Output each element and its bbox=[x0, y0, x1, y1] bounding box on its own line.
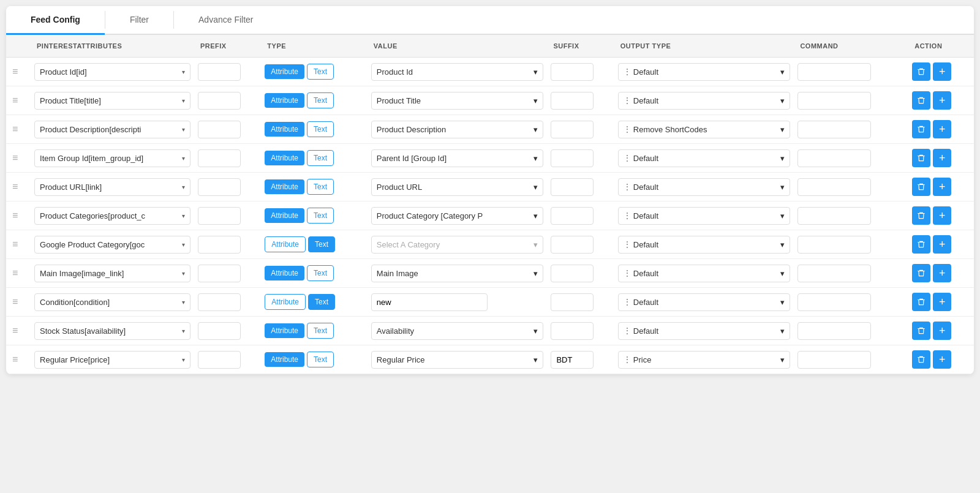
tab-filter[interactable]: Filter bbox=[105, 6, 173, 35]
text-button[interactable]: Text bbox=[307, 92, 334, 108]
command-input[interactable] bbox=[797, 178, 871, 196]
output-type-dropdown[interactable]: ⋮ Price ▾ bbox=[618, 351, 791, 369]
command-input[interactable] bbox=[797, 351, 871, 369]
drag-handle[interactable]: ≡ bbox=[6, 259, 31, 288]
delete-button[interactable] bbox=[912, 322, 930, 340]
command-input[interactable] bbox=[797, 236, 871, 254]
drag-icon[interactable]: ≡ bbox=[10, 239, 20, 249]
add-button[interactable]: + bbox=[933, 178, 951, 196]
value-dropdown[interactable]: Product Category [Category P ▾ bbox=[371, 207, 544, 225]
tab-advance-filter[interactable]: Advance Filter bbox=[174, 6, 277, 35]
delete-button[interactable] bbox=[912, 293, 930, 311]
suffix-input[interactable] bbox=[551, 149, 594, 167]
text-button[interactable]: Text bbox=[307, 121, 334, 137]
prefix-input[interactable] bbox=[198, 63, 241, 81]
text-button[interactable]: Text bbox=[307, 179, 334, 195]
drag-icon[interactable]: ≡ bbox=[10, 124, 20, 134]
attribute-dropdown[interactable]: Product Id[id] ▾ bbox=[34, 63, 190, 81]
drag-handle[interactable]: ≡ bbox=[6, 201, 31, 230]
output-type-dropdown[interactable]: ⋮ Default ▾ bbox=[618, 207, 791, 225]
add-button[interactable]: + bbox=[933, 62, 951, 81]
attribute-button[interactable]: Attribute bbox=[265, 93, 304, 108]
text-button[interactable]: Text bbox=[307, 208, 334, 224]
drag-icon[interactable]: ≡ bbox=[10, 325, 20, 336]
add-button[interactable]: + bbox=[933, 91, 951, 110]
delete-button[interactable] bbox=[912, 178, 930, 196]
drag-icon[interactable]: ≡ bbox=[10, 268, 20, 278]
output-type-dropdown[interactable]: ⋮ Default ▾ bbox=[618, 293, 791, 311]
drag-icon[interactable]: ≡ bbox=[10, 152, 20, 163]
value-dropdown[interactable]: Product URL ▾ bbox=[371, 178, 544, 196]
prefix-input[interactable] bbox=[198, 322, 241, 340]
add-button[interactable]: + bbox=[933, 350, 951, 369]
attribute-dropdown[interactable]: Stock Status[availability] ▾ bbox=[34, 322, 190, 340]
attribute-button[interactable]: Attribute bbox=[265, 179, 304, 194]
output-type-dropdown[interactable]: ⋮ Default ▾ bbox=[618, 265, 791, 282]
prefix-input[interactable] bbox=[198, 149, 241, 167]
command-input[interactable] bbox=[797, 265, 871, 282]
delete-button[interactable] bbox=[912, 235, 930, 254]
attribute-dropdown[interactable]: Regular Price[price] ▾ bbox=[34, 351, 190, 369]
command-input[interactable] bbox=[797, 293, 871, 311]
suffix-input[interactable] bbox=[551, 178, 594, 196]
prefix-input[interactable] bbox=[198, 351, 241, 369]
suffix-input[interactable] bbox=[551, 351, 594, 369]
prefix-input[interactable] bbox=[198, 207, 241, 225]
text-button[interactable]: Text bbox=[308, 294, 335, 310]
value-dropdown[interactable]: Select A Category ▾ bbox=[371, 236, 544, 254]
attribute-button[interactable]: Attribute bbox=[265, 64, 304, 79]
drag-handle[interactable]: ≡ bbox=[6, 115, 31, 144]
delete-button[interactable] bbox=[912, 120, 930, 138]
attribute-button[interactable]: Attribute bbox=[265, 352, 304, 367]
add-button[interactable]: + bbox=[933, 149, 951, 167]
drag-handle[interactable]: ≡ bbox=[6, 173, 31, 201]
add-button[interactable]: + bbox=[933, 120, 951, 138]
delete-button[interactable] bbox=[912, 149, 930, 167]
value-dropdown[interactable]: Regular Price ▾ bbox=[371, 351, 544, 369]
suffix-input[interactable] bbox=[551, 121, 594, 138]
attribute-dropdown[interactable]: Main Image[image_link] ▾ bbox=[34, 265, 190, 282]
text-button[interactable]: Text bbox=[307, 150, 334, 166]
suffix-input[interactable] bbox=[551, 207, 594, 225]
prefix-input[interactable] bbox=[198, 293, 241, 311]
suffix-input[interactable] bbox=[551, 236, 594, 254]
command-input[interactable] bbox=[797, 322, 871, 340]
delete-button[interactable] bbox=[912, 350, 930, 369]
suffix-input[interactable] bbox=[551, 322, 594, 340]
attribute-button[interactable]: Attribute bbox=[265, 266, 304, 280]
command-input[interactable] bbox=[797, 149, 871, 167]
attribute-dropdown[interactable]: Product Description[descripti ▾ bbox=[34, 121, 190, 138]
drag-handle[interactable]: ≡ bbox=[6, 58, 31, 86]
value-dropdown[interactable]: Product Description ▾ bbox=[371, 121, 544, 138]
prefix-input[interactable] bbox=[198, 92, 241, 110]
prefix-input[interactable] bbox=[198, 265, 241, 282]
attribute-dropdown[interactable]: Condition[condition] ▾ bbox=[34, 293, 190, 311]
prefix-input[interactable] bbox=[198, 121, 241, 138]
delete-button[interactable] bbox=[912, 264, 930, 282]
attribute-button[interactable]: Attribute bbox=[265, 208, 304, 223]
drag-icon[interactable]: ≡ bbox=[10, 95, 20, 105]
suffix-input[interactable] bbox=[551, 92, 594, 110]
drag-handle[interactable]: ≡ bbox=[6, 86, 31, 115]
drag-handle[interactable]: ≡ bbox=[6, 345, 31, 374]
attribute-dropdown[interactable]: Item Group Id[item_group_id] ▾ bbox=[34, 149, 190, 167]
output-type-dropdown[interactable]: ⋮ Default ▾ bbox=[618, 178, 791, 196]
drag-handle[interactable]: ≡ bbox=[6, 144, 31, 173]
delete-button[interactable] bbox=[912, 206, 930, 225]
output-type-dropdown[interactable]: ⋮ Default ▾ bbox=[618, 63, 791, 81]
drag-icon[interactable]: ≡ bbox=[10, 210, 20, 220]
attribute-dropdown[interactable]: Product Title[title] ▾ bbox=[34, 92, 190, 110]
command-input[interactable] bbox=[797, 207, 871, 225]
text-button[interactable]: Text bbox=[307, 323, 334, 339]
value-dropdown[interactable]: Product Id ▾ bbox=[371, 63, 544, 81]
attribute-button[interactable]: Attribute bbox=[265, 236, 306, 252]
add-button[interactable]: + bbox=[933, 322, 951, 340]
output-type-dropdown[interactable]: ⋮ Default ▾ bbox=[618, 236, 791, 254]
drag-handle[interactable]: ≡ bbox=[6, 288, 31, 317]
attribute-button[interactable]: Attribute bbox=[265, 323, 304, 338]
value-dropdown[interactable]: Parent Id [Group Id] ▾ bbox=[371, 149, 544, 167]
attribute-dropdown[interactable]: Google Product Category[goc ▾ bbox=[34, 236, 190, 254]
output-type-dropdown[interactable]: ⋮ Default ▾ bbox=[618, 149, 791, 167]
output-type-dropdown[interactable]: ⋮ Default ▾ bbox=[618, 322, 791, 340]
attribute-dropdown[interactable]: Product URL[link] ▾ bbox=[34, 178, 190, 196]
